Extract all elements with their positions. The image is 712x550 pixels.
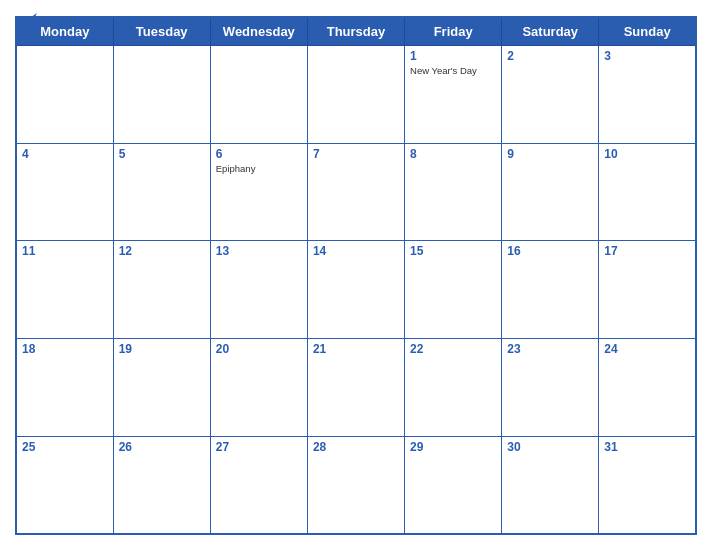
calendar-wrapper: MondayTuesdayWednesdayThursdayFridaySatu… [0,0,712,550]
calendar-cell: 12 [113,241,210,339]
holiday-name: Epiphany [216,163,302,174]
day-number: 5 [119,147,205,161]
calendar-cell: 24 [599,339,696,437]
calendar-cell [210,46,307,144]
calendar-cell: 21 [307,339,404,437]
day-number: 29 [410,440,496,454]
day-number: 11 [22,244,108,258]
calendar-cell: 13 [210,241,307,339]
day-number: 31 [604,440,690,454]
calendar-cell: 18 [16,339,113,437]
day-number: 19 [119,342,205,356]
calendar-cell: 11 [16,241,113,339]
calendar-cell: 10 [599,143,696,241]
weekday-header-tuesday: Tuesday [113,17,210,46]
calendar-cell: 26 [113,436,210,534]
calendar-cell [16,46,113,144]
day-number: 22 [410,342,496,356]
calendar-week-row-4: 18192021222324 [16,339,696,437]
day-number: 6 [216,147,302,161]
calendar-cell: 17 [599,241,696,339]
calendar-cell: 7 [307,143,404,241]
day-number: 3 [604,49,690,63]
day-number: 10 [604,147,690,161]
calendar-cell: 8 [405,143,502,241]
day-number: 30 [507,440,593,454]
calendar-week-row-2: 456Epiphany78910 [16,143,696,241]
day-number: 27 [216,440,302,454]
day-number: 25 [22,440,108,454]
calendar-cell: 2 [502,46,599,144]
calendar-week-row-3: 11121314151617 [16,241,696,339]
calendar-cell: 27 [210,436,307,534]
day-number: 15 [410,244,496,258]
calendar-cell: 1New Year's Day [405,46,502,144]
day-number: 28 [313,440,399,454]
day-number: 18 [22,342,108,356]
day-number: 7 [313,147,399,161]
day-number: 14 [313,244,399,258]
day-number: 17 [604,244,690,258]
calendar-cell: 19 [113,339,210,437]
calendar-cell: 15 [405,241,502,339]
weekday-header-wednesday: Wednesday [210,17,307,46]
weekday-header-row: MondayTuesdayWednesdayThursdayFridaySatu… [16,17,696,46]
calendar-cell: 23 [502,339,599,437]
logo-area [15,10,39,30]
logo-bird-icon [17,10,39,30]
day-number: 1 [410,49,496,63]
day-number: 12 [119,244,205,258]
calendar-cell: 31 [599,436,696,534]
day-number: 16 [507,244,593,258]
weekday-header-friday: Friday [405,17,502,46]
calendar-cell: 25 [16,436,113,534]
calendar-cell: 30 [502,436,599,534]
calendar-cell: 28 [307,436,404,534]
day-number: 4 [22,147,108,161]
weekday-header-saturday: Saturday [502,17,599,46]
calendar-cell: 4 [16,143,113,241]
day-number: 2 [507,49,593,63]
day-number: 13 [216,244,302,258]
calendar-week-row-1: 1New Year's Day23 [16,46,696,144]
calendar-cell [113,46,210,144]
day-number: 23 [507,342,593,356]
calendar-cell: 29 [405,436,502,534]
calendar-cell: 22 [405,339,502,437]
calendar-cell [307,46,404,144]
day-number: 24 [604,342,690,356]
weekday-header-sunday: Sunday [599,17,696,46]
calendar-cell: 9 [502,143,599,241]
calendar-cell: 14 [307,241,404,339]
calendar-week-row-5: 25262728293031 [16,436,696,534]
day-number: 26 [119,440,205,454]
calendar-cell: 3 [599,46,696,144]
day-number: 9 [507,147,593,161]
weekday-header-thursday: Thursday [307,17,404,46]
holiday-name: New Year's Day [410,65,496,76]
day-number: 8 [410,147,496,161]
calendar-cell: 6Epiphany [210,143,307,241]
calendar-cell: 16 [502,241,599,339]
day-number: 21 [313,342,399,356]
calendar-cell: 5 [113,143,210,241]
calendar-table: MondayTuesdayWednesdayThursdayFridaySatu… [15,16,697,535]
calendar-cell: 20 [210,339,307,437]
day-number: 20 [216,342,302,356]
